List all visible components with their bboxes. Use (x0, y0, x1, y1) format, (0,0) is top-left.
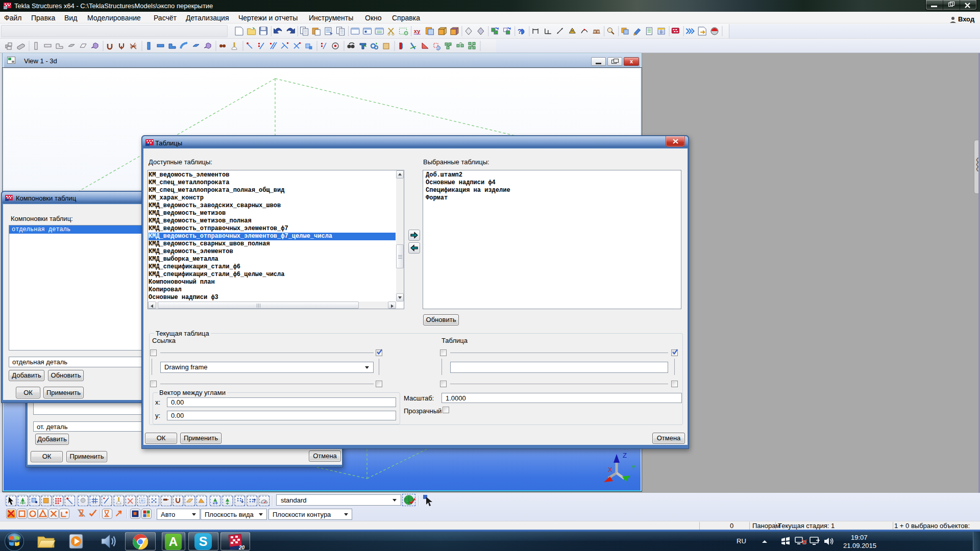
svg-text:ху: ху (414, 28, 421, 34)
svg-text:?: ? (518, 28, 522, 35)
svg-text:Y: Y (631, 464, 636, 471)
svg-text:20: 20 (238, 545, 245, 550)
svg-text:Z: Z (623, 452, 627, 459)
svg-text:X: X (608, 466, 612, 473)
